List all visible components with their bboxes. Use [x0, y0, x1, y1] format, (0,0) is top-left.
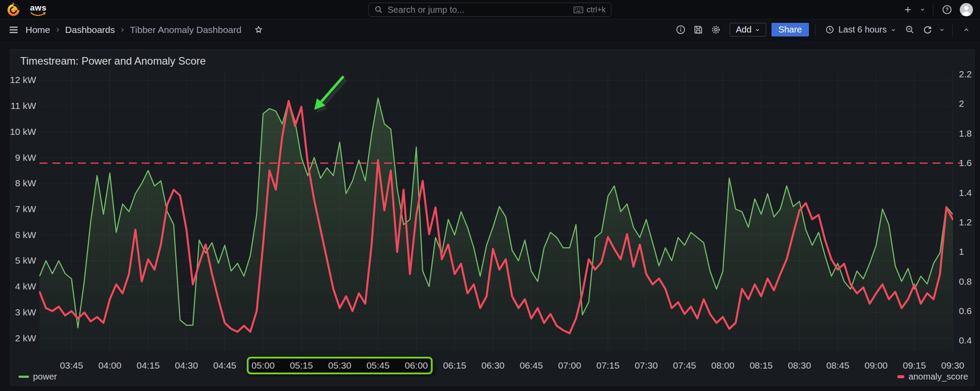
chevron-right-icon: [55, 27, 61, 33]
svg-text:05:15: 05:15: [290, 360, 313, 370]
time-range-picker[interactable]: Last 6 hours: [822, 22, 900, 37]
keyboard-icon: [574, 6, 583, 14]
save-icon: [693, 25, 703, 35]
timeseries-panel: Timestream: Power and Anomaly Score 12 k…: [10, 49, 975, 386]
svg-text:5 kW: 5 kW: [15, 255, 36, 265]
svg-text:2: 2: [959, 98, 964, 109]
legend-anomaly-label: anomaly_score: [908, 372, 968, 382]
search-icon: [374, 5, 383, 14]
menu-icon: [8, 25, 19, 35]
legend-item-anomaly-score[interactable]: anomaly_score: [897, 372, 968, 382]
clock-icon: [825, 25, 834, 34]
dashboard-toolbar: Home Dashboards Tibber Anomaly Dashboard: [0, 19, 980, 40]
svg-text:07:00: 07:00: [558, 360, 581, 370]
svg-text:10 kW: 10 kW: [11, 127, 36, 137]
svg-text:06:30: 06:30: [481, 360, 505, 370]
global-search[interactable]: ctrl+k: [369, 3, 611, 17]
add-button[interactable]: Add: [730, 23, 766, 36]
info-circle-icon: [676, 25, 686, 35]
svg-text:04:30: 04:30: [175, 360, 198, 370]
chevron-down-icon: [891, 27, 896, 33]
chevron-up-icon: [963, 26, 970, 33]
chevron-down-icon: [755, 27, 760, 33]
refresh-interval-caret[interactable]: [937, 22, 946, 37]
chevron-down-icon: [939, 27, 945, 33]
svg-text:07:45: 07:45: [673, 360, 696, 370]
aws-logo: aws: [29, 4, 47, 17]
plus-icon: [903, 5, 913, 14]
svg-text:08:00: 08:00: [711, 360, 735, 370]
svg-text:12 kW: 12 kW: [11, 75, 36, 85]
svg-text:09:00: 09:00: [865, 360, 888, 370]
svg-text:2.2: 2.2: [959, 69, 972, 79]
top-bar: aws ctrl+k: [0, 0, 980, 19]
svg-text:07:15: 07:15: [596, 360, 620, 370]
svg-text:07:30: 07:30: [635, 360, 658, 370]
save-dashboard-button[interactable]: [691, 22, 706, 37]
breadcrumb-home[interactable]: Home: [26, 25, 50, 35]
svg-text:06:00: 06:00: [405, 360, 428, 370]
svg-text:08:45: 08:45: [826, 360, 849, 370]
svg-text:11 kW: 11 kW: [11, 101, 36, 111]
svg-text:1.2: 1.2: [959, 217, 972, 227]
svg-text:?: ?: [945, 7, 948, 13]
collapse-toolbar-button[interactable]: [959, 22, 974, 37]
breadcrumb-dashboards[interactable]: Dashboards: [65, 25, 115, 35]
dashboard-insights-button[interactable]: [673, 22, 688, 37]
svg-text:09:15: 09:15: [903, 360, 926, 370]
aws-logo-text: aws: [30, 4, 46, 12]
zoom-out-button[interactable]: [902, 22, 917, 37]
svg-text:6 kW: 6 kW: [15, 230, 36, 240]
new-menu-caret[interactable]: [918, 2, 927, 17]
search-shortcut: ctrl+k: [574, 5, 606, 14]
chevron-right-icon: [119, 27, 125, 33]
avatar-icon: [960, 3, 973, 16]
mega-menu-button[interactable]: [6, 22, 21, 37]
svg-text:3 kW: 3 kW: [15, 307, 36, 317]
share-button[interactable]: Share: [772, 23, 809, 36]
dashboard-settings-button[interactable]: [709, 22, 724, 37]
help-button[interactable]: ?: [940, 2, 954, 17]
refresh-icon: [922, 25, 932, 35]
power-swatch: [18, 376, 29, 378]
user-avatar[interactable]: [959, 2, 974, 17]
svg-text:06:45: 06:45: [520, 360, 543, 370]
svg-text:08:15: 08:15: [750, 360, 773, 370]
svg-text:09:30: 09:30: [941, 360, 965, 370]
svg-text:1.6: 1.6: [959, 158, 972, 168]
timeseries-chart[interactable]: 12 kW11 kW10 kW9 kW8 kW7 kW6 kW5 kW4 kW3…: [11, 63, 974, 377]
svg-text:04:15: 04:15: [137, 360, 160, 370]
svg-text:03:45: 03:45: [60, 360, 83, 370]
add-button-label: Add: [736, 25, 752, 35]
toolbar-divider: [952, 24, 953, 36]
dashboard-canvas: Timestream: Power and Anomaly Score 12 k…: [0, 40, 980, 391]
svg-text:04:45: 04:45: [213, 360, 237, 370]
svg-text:1.4: 1.4: [959, 188, 972, 198]
svg-text:9 kW: 9 kW: [15, 152, 36, 163]
gear-icon: [711, 25, 721, 35]
favorite-star-button[interactable]: [251, 22, 266, 37]
svg-text:1: 1: [959, 246, 964, 257]
toolbar-divider: [815, 24, 815, 36]
star-icon: [254, 25, 263, 35]
svg-text:0.6: 0.6: [959, 306, 972, 316]
chart-legend: power anomaly_score: [18, 372, 968, 382]
svg-text:4 kW: 4 kW: [15, 281, 36, 291]
search-input[interactable]: [388, 5, 569, 15]
svg-text:05:30: 05:30: [328, 360, 351, 370]
legend-power-label: power: [33, 372, 57, 382]
new-menu-button[interactable]: [900, 2, 915, 17]
svg-text:2 kW: 2 kW: [15, 333, 36, 343]
grafana-logo-icon[interactable]: [6, 2, 21, 17]
aws-smile-icon: [29, 12, 47, 17]
svg-text:1.8: 1.8: [959, 128, 972, 138]
time-range-label: Last 6 hours: [838, 25, 887, 35]
refresh-button[interactable]: [920, 22, 935, 37]
zoom-out-icon: [905, 25, 915, 35]
chevron-down-icon: [920, 7, 925, 12]
legend-item-power[interactable]: power: [18, 372, 57, 382]
svg-text:06:15: 06:15: [443, 360, 466, 370]
svg-text:04:00: 04:00: [98, 360, 121, 370]
svg-text:0.8: 0.8: [959, 276, 972, 286]
svg-text:05:45: 05:45: [366, 360, 390, 370]
